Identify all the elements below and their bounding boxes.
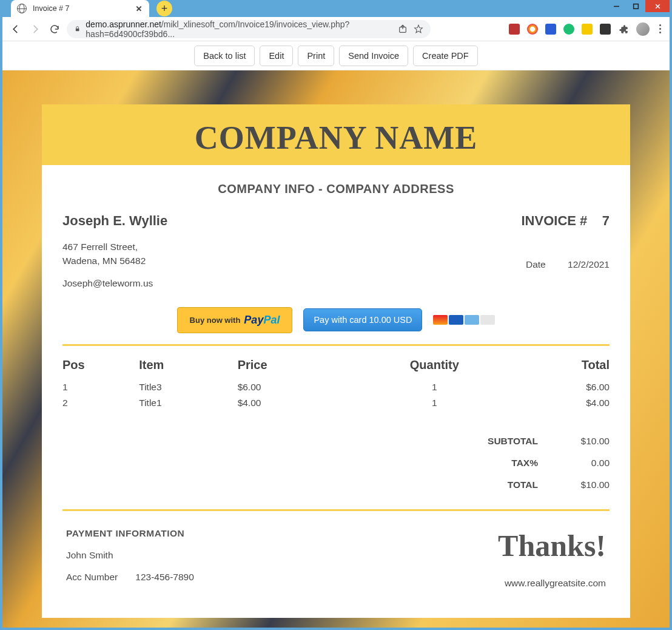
- cell-pos: 1: [62, 379, 139, 395]
- customer-address-line: Wadena, MN 56482: [62, 254, 167, 268]
- extensions-puzzle-icon[interactable]: [618, 24, 629, 35]
- invoice-date-value: 12/2/2021: [568, 259, 610, 269]
- col-total: Total: [500, 354, 610, 379]
- cell-pos: 2: [62, 395, 139, 411]
- discover-icon: [480, 315, 495, 325]
- share-icon[interactable]: [398, 24, 408, 34]
- extension-icon[interactable]: [563, 24, 574, 35]
- pay-with-card-button[interactable]: Pay with card 10.00 USD: [303, 308, 422, 331]
- window-minimize-button[interactable]: [606, 0, 626, 12]
- extension-icon[interactable]: [527, 24, 538, 35]
- extension-icon[interactable]: [545, 24, 556, 35]
- company-name: COMPANY NAME: [42, 119, 630, 157]
- subtotal-label: SUBTOTAL: [477, 436, 538, 447]
- cell-price: $6.00: [238, 379, 369, 395]
- invoice-number-block: INVOICE # 7: [521, 213, 610, 229]
- customer-email: Joseph@teleworm.us: [62, 278, 167, 289]
- payment-info-title: PAYMENT INFORMATION: [66, 528, 194, 539]
- col-quantity: Quantity: [369, 354, 500, 379]
- back-to-list-button[interactable]: Back to list: [194, 46, 255, 66]
- mastercard-icon: [433, 315, 448, 325]
- window-titlebar: Invoice # 7 +: [2, 0, 670, 17]
- cell-item: Title3: [139, 379, 237, 395]
- address-bar: demo.asprunner.net/mikl_xlinesoft_com/In…: [2, 17, 670, 41]
- new-tab-button[interactable]: +: [156, 1, 172, 16]
- company-info-line: COMPANY INFO - COMPANY ADDRESS: [62, 182, 610, 196]
- close-tab-icon[interactable]: [135, 4, 143, 13]
- browser-tab[interactable]: Invoice # 7: [11, 0, 149, 17]
- invoice-card: COMPANY NAME COMPANY INFO - COMPANY ADDR…: [42, 104, 630, 618]
- svg-rect-1: [633, 4, 638, 8]
- col-item: Item: [139, 354, 237, 379]
- customer-name: Joseph E. Wyllie: [62, 213, 167, 229]
- total-label: TOTAL: [477, 479, 538, 490]
- paypal-logo-icon: PayPal: [244, 314, 280, 327]
- payee-name: John Smith: [66, 550, 194, 561]
- profile-avatar[interactable]: [636, 22, 650, 36]
- table-row: 1Title3$6.001$6.00: [62, 379, 610, 395]
- visa-icon: [449, 315, 463, 325]
- cell-total: $4.00: [500, 395, 610, 411]
- url-input[interactable]: demo.asprunner.net/mikl_xlinesoft_com/In…: [67, 20, 431, 38]
- cell-total: $6.00: [500, 379, 610, 395]
- action-toolbar: Back to list Edit Print Send Invoice Cre…: [2, 41, 670, 70]
- extension-icon[interactable]: [509, 24, 520, 35]
- customer-address-line: 467 Ferrell Street,: [62, 240, 167, 254]
- globe-icon: [17, 4, 27, 13]
- url-text: demo.asprunner.net/mikl_xlinesoft_com/In…: [86, 19, 393, 39]
- table-row: 2Title1$4.001$4.00: [62, 395, 610, 411]
- col-price: Price: [238, 354, 369, 379]
- invoice-number-value: 7: [602, 213, 610, 228]
- extension-icon[interactable]: [600, 24, 611, 35]
- amex-icon: [465, 315, 479, 325]
- edit-button[interactable]: Edit: [260, 46, 293, 66]
- paypal-prefix: Buy now with: [190, 316, 241, 325]
- extension-icon[interactable]: [582, 24, 593, 35]
- invoice-date-label: Date: [526, 259, 546, 269]
- cell-quantity: 1: [369, 379, 500, 395]
- thanks-text: Thanks!: [498, 528, 606, 563]
- payment-info-block: PAYMENT INFORMATION John Smith Acc Numbe…: [66, 528, 194, 594]
- cell-price: $4.00: [238, 395, 369, 411]
- totals-block: SUBTOTAL $10.00 TAX% 0.00 TOTAL $10.00: [62, 430, 610, 496]
- tax-value: 0.00: [567, 458, 610, 469]
- account-number-value: 123-456-7890: [135, 572, 194, 582]
- paypal-button[interactable]: Buy now with PayPal: [177, 307, 293, 333]
- subtotal-value: $10.00: [567, 436, 610, 447]
- star-icon[interactable]: [414, 24, 423, 34]
- website-url: www.reallygreatsite.com: [498, 578, 606, 589]
- window-close-button[interactable]: [645, 0, 670, 12]
- card-brand-icons: [433, 315, 495, 325]
- tab-title: Invoice # 7: [33, 4, 131, 13]
- invoice-header: COMPANY NAME: [42, 104, 630, 165]
- tax-label: TAX%: [477, 458, 538, 469]
- total-value: $10.00: [567, 479, 610, 490]
- create-pdf-button[interactable]: Create PDF: [413, 46, 478, 66]
- window-maximize-button[interactable]: [626, 0, 645, 12]
- nav-back-button[interactable]: [8, 22, 23, 36]
- print-button[interactable]: Print: [298, 46, 334, 66]
- customer-block: Joseph E. Wyllie 467 Ferrell Street, Wad…: [62, 213, 167, 289]
- nav-forward-button[interactable]: [28, 22, 42, 36]
- cell-quantity: 1: [369, 395, 500, 411]
- line-items-table: Pos Item Price Quantity Total 1Title3$6.…: [62, 354, 610, 411]
- send-invoice-button[interactable]: Send Invoice: [339, 46, 408, 66]
- account-number-label: Acc Number: [66, 572, 133, 583]
- lock-icon: [74, 25, 81, 33]
- invoice-number-label: INVOICE #: [521, 213, 587, 228]
- browser-menu-button[interactable]: [657, 24, 664, 33]
- col-pos: Pos: [62, 354, 139, 379]
- cell-item: Title1: [139, 395, 237, 411]
- nav-reload-button[interactable]: [47, 22, 62, 36]
- svg-rect-4: [76, 29, 79, 31]
